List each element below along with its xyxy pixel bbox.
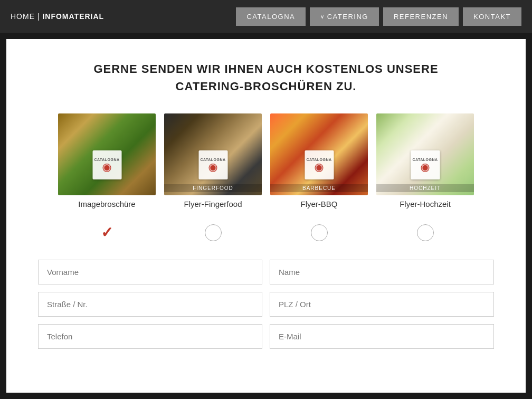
- brochure-label-image: Imagebroschüre: [78, 200, 135, 208]
- brochure-img-wedding: CATALOGNA HOCHZEIT: [376, 113, 474, 195]
- badge-circle-bbq: [315, 164, 324, 172]
- image-badge: CATALOGNA: [92, 150, 121, 179]
- brochures-row: CATALOGNA Imagebroschüre CATALOGNA FINGE…: [38, 113, 494, 208]
- badge-circle-wedding: [421, 164, 430, 172]
- brochure-bbq: CATALOGNA BARBECUE Flyer-BBQ: [270, 113, 368, 208]
- brochure-label-bbq: Flyer-BBQ: [300, 200, 337, 208]
- badge-logo-bbq: CATALOGNA: [306, 158, 331, 162]
- fingerfood-badge: CATALOGNA: [198, 150, 227, 179]
- checkboxes-row: ✓: [38, 224, 494, 241]
- form-row-contact: [38, 324, 494, 349]
- checkmark-icon: ✓: [101, 225, 113, 240]
- nav-catering[interactable]: ∨ CATERING: [310, 7, 379, 26]
- form-row-name: [38, 260, 494, 284]
- main-content: GERNE SENDEN WIR IHNEN AUCH KOSTENLOS UN…: [6, 39, 526, 393]
- badge-circle-fingerfood: [209, 164, 217, 172]
- badge-logo-wedding: CATALOGNA: [412, 158, 438, 162]
- wedding-label-overlay: HOCHZEIT: [376, 184, 474, 192]
- contact-form: [38, 260, 494, 349]
- navigation: HOME | INFOMATERIAL CATALOGNA ∨ CATERING…: [0, 0, 532, 33]
- brochure-img-bbq: CATALOGNA BARBECUE: [270, 113, 368, 195]
- nav-catalogna[interactable]: CATALOGNA: [236, 7, 306, 26]
- checkbox-image-wrap: ✓: [58, 224, 156, 241]
- email-input[interactable]: [270, 324, 494, 349]
- brochure-img-image: CATALOGNA: [58, 113, 156, 195]
- nav-kontakt[interactable]: KONTAKT: [463, 7, 521, 26]
- brochure-label-fingerfood: Flyer-Fingerfood: [184, 200, 242, 208]
- strasse-input[interactable]: [38, 292, 262, 317]
- badge-circle: [103, 164, 111, 172]
- brochure-wedding: CATALOGNA HOCHZEIT Flyer-Hochzeit: [376, 113, 474, 208]
- checkbox-wedding-wrap: [376, 224, 474, 241]
- nav-brand: HOME | INFOMATERIAL: [11, 12, 104, 21]
- bbq-label-overlay: BARBECUE: [270, 184, 368, 192]
- brochure-label-wedding: Flyer-Hochzeit: [400, 200, 451, 208]
- nav-catering-label: CATERING: [327, 13, 368, 21]
- checkbox-bbq-wrap: [270, 224, 368, 241]
- page-title: GERNE SENDEN WIR IHNEN AUCH KOSTENLOS UN…: [38, 60, 494, 95]
- checkbox-fingerfood[interactable]: [205, 224, 222, 241]
- checkbox-fingerfood-wrap: [164, 224, 262, 241]
- plz-input[interactable]: [270, 292, 494, 317]
- checkbox-image[interactable]: ✓: [99, 224, 116, 241]
- name-input[interactable]: [270, 260, 494, 284]
- vorname-input[interactable]: [38, 260, 262, 284]
- badge-logo-text: CATALOGNA: [94, 158, 119, 162]
- checkbox-wedding[interactable]: [417, 224, 434, 241]
- badge-logo-fingerfood: CATALOGNA: [200, 158, 225, 162]
- telefon-input[interactable]: [38, 324, 262, 349]
- form-row-address: [38, 292, 494, 317]
- chevron-down-icon: ∨: [320, 14, 325, 20]
- wedding-badge: CATALOGNA: [411, 150, 440, 179]
- brochure-fingerfood: CATALOGNA FINGERFOOD Flyer-Fingerfood: [164, 113, 262, 208]
- checkbox-bbq[interactable]: [311, 224, 328, 241]
- brochure-img-fingerfood: CATALOGNA FINGERFOOD: [164, 113, 262, 195]
- nav-referenzen[interactable]: REFERENZEN: [383, 7, 459, 26]
- fingerfood-label-overlay: FINGERFOOD: [164, 184, 262, 192]
- bbq-badge: CATALOGNA: [305, 150, 334, 179]
- nav-brand-text: HOME | INFOMATERIAL: [11, 12, 104, 21]
- brochure-image: CATALOGNA Imagebroschüre: [58, 113, 156, 208]
